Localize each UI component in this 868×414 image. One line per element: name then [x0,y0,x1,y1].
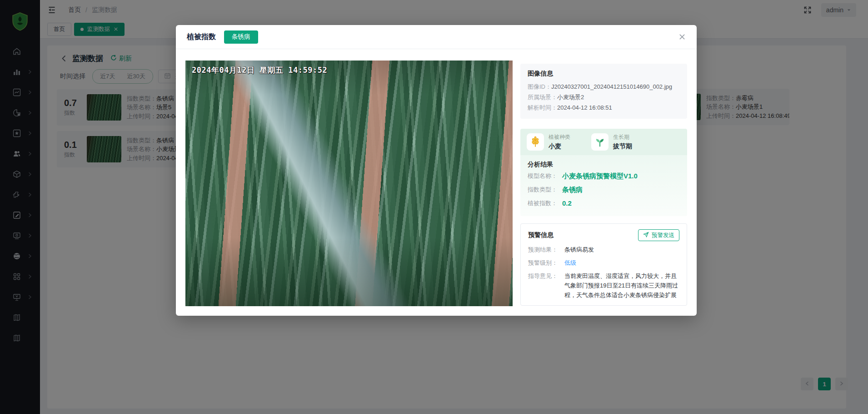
index-type-badge: 条锈病 [224,30,258,44]
wheat-icon [527,133,544,151]
modal-info-column: 图像信息 图像ID：J20240327001_20240412151014690… [520,64,687,306]
modal-header: 植被指数 条锈病 [176,25,697,49]
species-label: 植被种类 [549,133,570,141]
app-screen: 首页 / 监测数据 admin 首页 监测数据 监测数据 [0,0,868,414]
species-chip: 植被种类 小麦 [527,133,570,151]
send-icon [643,232,649,239]
growth-stage-chip: 生长期 拔节期 [591,133,632,151]
warning-row: 预测结果：条锈病易发 [528,245,679,254]
model-label: 模型名称： [528,170,562,182]
wheat-field-photo: 2024年04月12日 星期五 14:59:52 [185,61,513,306]
send-warning-button[interactable]: 预警发送 [638,229,679,241]
image-info-section: 图像信息 图像ID：J20240327001_20240412151014690… [520,64,687,119]
warning-title: 预警信息 [528,231,554,239]
veg-index-value: 0.2 [562,197,572,210]
species-value: 小麦 [549,142,570,151]
model-value: 小麦条锈病预警模型V1.0 [562,170,638,182]
analysis-section: 植被种类 小麦 生长期 拔节期 分析结果 模型名称：小麦条锈病预警模型 [520,129,687,216]
warning-header: 预警信息 预警发送 [528,229,679,241]
warning-row: 预警级别：低级 [528,258,679,268]
warning-row: 指导意见：当前麦田温度、湿度适宜，风力较大，并且气象部门预报19日至21日有连续… [528,271,679,300]
analysis-result-body: 分析结果 模型名称：小麦条锈病预警模型V1.0 指数类型：条锈病 植被指数：0.… [520,155,687,216]
veg-index-label: 植被指数： [528,197,562,210]
image-info-row: 解析时间：2024-04-12 16:08:51 [528,102,680,113]
warning-rows: 预测结果：条锈病易发预警级别：低级指导意见：当前麦田温度、湿度适宜，风力较大，并… [528,245,679,300]
analysis-title: 分析结果 [528,161,680,169]
image-info-row: 所属场景：小麦场景2 [528,92,680,102]
image-info-title: 图像信息 [528,70,680,78]
warning-info-section: 预警信息 预警发送 预测结果：条锈病易发预警级别：低级指导意见：当前麦田温度、湿… [520,223,687,306]
vegetation-index-modal: 植被指数 条锈病 2024年04月12日 星期五 14:59:52 图像信息 图… [176,25,697,316]
image-info-rows: 图像ID：J20240327001_20240412151014690_002.… [528,81,680,113]
plant-chips: 植被种类 小麦 生长期 拔节期 [520,129,687,155]
index-type-label: 指数类型： [528,183,562,196]
photo-timestamp: 2024年04月12日 星期五 14:59:52 [192,65,327,76]
seedling-icon [591,133,609,151]
send-warning-label: 预警发送 [652,232,674,239]
modal-title: 植被指数 [187,32,216,42]
stage-label: 生长期 [613,133,632,141]
stage-value: 拔节期 [613,142,632,151]
image-info-row: 图像ID：J20240327001_20240412151014690_002.… [528,81,680,92]
modal-close-icon[interactable] [678,33,686,40]
index-type-value: 条锈病 [562,183,583,196]
